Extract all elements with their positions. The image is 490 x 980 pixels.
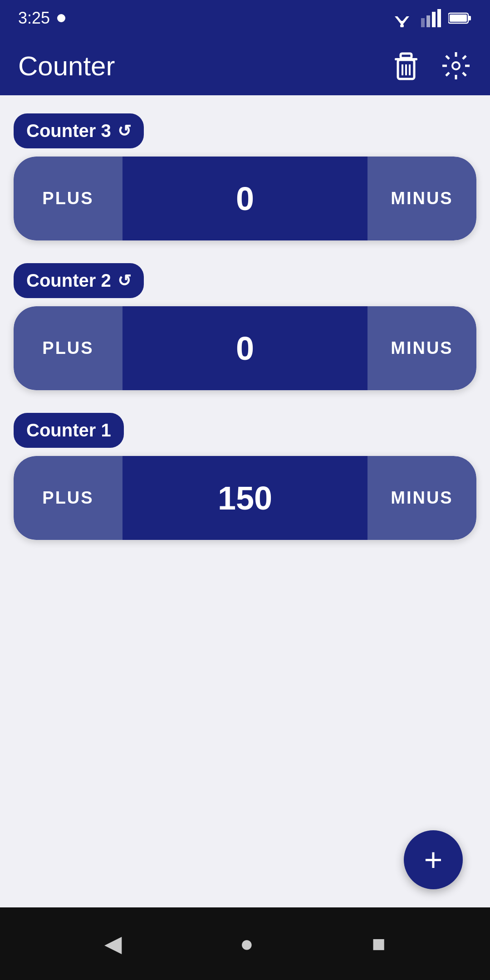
app-bar: Counter	[0, 36, 490, 95]
counter1-minus-button[interactable]: MINUS	[368, 456, 476, 540]
app-bar-actions	[390, 50, 472, 82]
counter1-plus-button[interactable]: PLUS	[14, 456, 122, 540]
svg-line-25	[463, 56, 466, 59]
svg-rect-5	[426, 15, 430, 27]
counter3-row: PLUS 0 MINUS	[14, 157, 476, 240]
status-bar: 3:25	[0, 0, 490, 36]
delete-icon[interactable]	[390, 50, 422, 82]
counter2-minus-button[interactable]: MINUS	[368, 306, 476, 390]
add-counter-fab[interactable]: +	[404, 830, 463, 889]
counter1-value: 150	[122, 456, 368, 540]
status-icons	[390, 9, 472, 27]
svg-point-3	[400, 24, 404, 27]
svg-rect-7	[437, 9, 441, 27]
counter2-label-tag: Counter 2 ↺	[14, 263, 144, 298]
counter3-plus-button[interactable]: PLUS	[14, 157, 122, 240]
counter3-reset-icon[interactable]: ↺	[118, 122, 131, 141]
counter3-minus-button[interactable]: MINUS	[368, 157, 476, 240]
svg-rect-6	[432, 12, 436, 27]
counter1-row: PLUS 150 MINUS	[14, 456, 476, 540]
counter3-label-text: Counter 3	[26, 121, 111, 141]
counter3-value: 0	[122, 157, 368, 240]
status-time: 3:25	[18, 9, 50, 28]
svg-line-23	[446, 56, 449, 59]
counter-item-2: Counter 2 ↺ PLUS 0 MINUS	[14, 263, 476, 390]
svg-line-26	[446, 73, 449, 76]
nav-recent-button[interactable]: ■	[372, 931, 386, 957]
signal-icon	[421, 9, 441, 27]
svg-point-18	[453, 63, 459, 69]
nav-home-button[interactable]: ●	[240, 931, 254, 957]
svg-rect-4	[421, 18, 425, 27]
counter2-row: PLUS 0 MINUS	[14, 306, 476, 390]
svg-line-24	[463, 73, 466, 76]
svg-rect-10	[450, 15, 467, 22]
counter2-label-text: Counter 2	[26, 270, 111, 291]
svg-rect-9	[468, 16, 471, 20]
counter2-plus-button[interactable]: PLUS	[14, 306, 122, 390]
status-time-area: 3:25	[18, 9, 65, 28]
counter-item-1: Counter 1 PLUS 150 MINUS	[14, 413, 476, 540]
counter1-label-text: Counter 1	[26, 420, 111, 441]
settings-icon[interactable]	[440, 50, 472, 82]
counter2-value: 0	[122, 306, 368, 390]
bottom-nav: ◀ ● ■	[0, 907, 490, 980]
status-dot	[57, 14, 65, 22]
battery-icon	[448, 11, 472, 25]
wifi-icon	[390, 9, 414, 27]
counter1-label-tag: Counter 1	[14, 413, 124, 448]
nav-back-button[interactable]: ◀	[104, 931, 122, 957]
app-title: Counter	[18, 50, 115, 82]
content: Counter 3 ↺ PLUS 0 MINUS Counter 2 ↺ PLU…	[0, 95, 490, 581]
counter-item-3: Counter 3 ↺ PLUS 0 MINUS	[14, 113, 476, 240]
counter2-reset-icon[interactable]: ↺	[118, 271, 131, 290]
counter3-label-tag: Counter 3 ↺	[14, 113, 144, 148]
svg-rect-12	[401, 54, 412, 58]
